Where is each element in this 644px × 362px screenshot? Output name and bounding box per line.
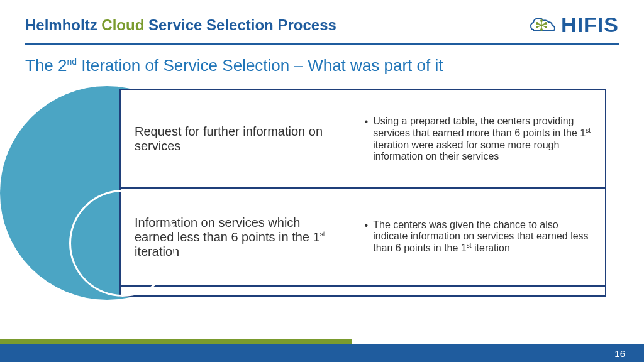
row-heading: Request for further information on servi…: [121, 90, 353, 187]
heading-sup: st: [320, 231, 325, 238]
subtitle-prefix: The 2: [25, 56, 67, 75]
row-heading-text: Request for further information on servi…: [135, 124, 340, 153]
svg-point-4: [545, 22, 547, 25]
svg-point-3: [536, 22, 538, 25]
table-row: Information on services which earned les…: [121, 189, 605, 287]
title-word-1: Helmholtz: [25, 16, 97, 33]
subtitle-rest: Iteration of Service Selection – What wa…: [77, 56, 443, 75]
slide-footer: 16: [0, 344, 644, 362]
svg-point-7: [540, 19, 543, 22]
slide-subtitle: The 2nd Iteration of Service Selection –…: [0, 45, 644, 75]
content-table: Request for further information on servi…: [119, 89, 606, 297]
detail-sup: st: [586, 127, 591, 134]
detail-post: iteration were asked for some more rough…: [373, 140, 559, 162]
decorative-circle-small: [69, 190, 176, 297]
table-row: Request for further information on servi…: [121, 90, 605, 189]
content-area: Request for further information on servi…: [75, 89, 606, 297]
page-number: 16: [614, 348, 625, 359]
detail-pre: Using a prepared table, the centers prov…: [373, 116, 586, 138]
footer-accent-bar: [0, 339, 352, 344]
logo-text: HIFIS: [561, 13, 619, 37]
row-detail: The centers was given the chance to also…: [353, 189, 605, 285]
row-detail: Using a prepared table, the centers prov…: [353, 90, 605, 187]
slide-title: Helmholtz Cloud Service Selection Proces…: [25, 16, 336, 34]
svg-point-8: [540, 28, 543, 31]
svg-point-5: [536, 26, 538, 28]
table-row-spacer: [121, 287, 605, 295]
detail-post: iteration: [472, 243, 510, 254]
title-rest: Service Selection Process: [148, 16, 336, 33]
svg-point-6: [545, 26, 547, 28]
title-word-2: Cloud: [101, 16, 144, 33]
subtitle-sup: nd: [67, 57, 77, 67]
slide-header: Helmholtz Cloud Service Selection Proces…: [0, 0, 644, 37]
hifis-logo: HIFIS: [528, 13, 619, 37]
cloud-network-icon: [528, 14, 557, 36]
detail-sup: st: [467, 242, 472, 249]
